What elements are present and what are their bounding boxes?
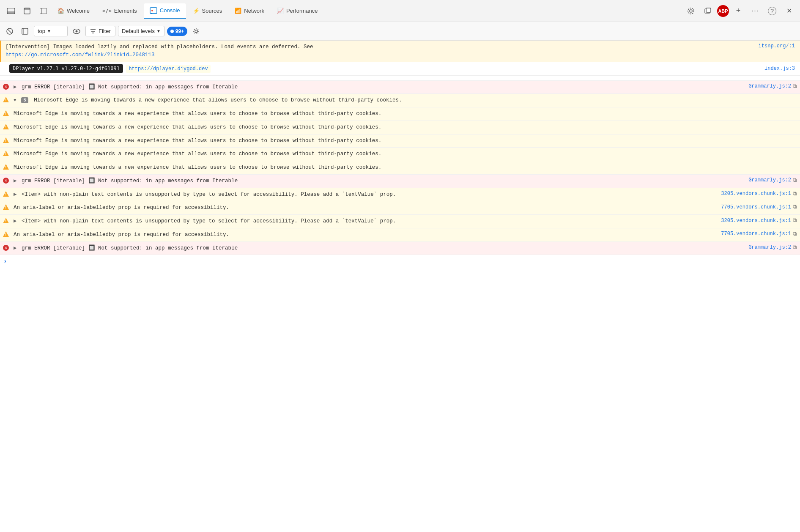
warning-indicator — [0, 122, 12, 129]
eye-button[interactable] — [70, 25, 83, 38]
row-content: An aria-label or aria-labelledby prop is… — [12, 203, 711, 213]
default-levels-label: Default levels — [122, 28, 155, 34]
row-content: Microsoft Edge is moving towards a new e… — [12, 136, 800, 146]
index-source-link[interactable]: index.js:3 — [764, 66, 795, 71]
copy-icon[interactable]: ⧉ — [793, 177, 797, 184]
chevron-down-icon: ▼ — [47, 29, 51, 33]
expand-arrow-icon[interactable]: ▶ — [14, 178, 17, 184]
context-selector-value: top — [38, 28, 45, 34]
tab-console-label: Console — [160, 7, 180, 14]
svg-point-10 — [688, 8, 694, 14]
tab-console[interactable]: Console — [144, 3, 186, 19]
error-icon: ✕ — [3, 245, 9, 251]
dplayer-url-link[interactable]: https://dplayer.diygod.dev — [126, 65, 210, 73]
home-icon: 🏠 — [58, 8, 64, 14]
source-link[interactable]: 3205.vendors.chunk.js:1 — [721, 191, 791, 197]
tab-welcome-label: Welcome — [67, 8, 90, 14]
tab-network[interactable]: 📶 Network — [229, 3, 270, 19]
tab-sources[interactable]: ⚡ Sources — [187, 3, 228, 19]
source-link[interactable]: Grammarly.js:2 — [748, 177, 791, 183]
copy-icon[interactable]: ⧉ — [793, 217, 797, 224]
default-levels-dropdown[interactable]: Default levels ▼ — [118, 26, 164, 36]
blank-spacer — [0, 76, 800, 81]
context-selector[interactable]: top ▼ — [34, 26, 68, 36]
new-window-icon[interactable] — [700, 3, 715, 19]
add-tab-icon[interactable]: + — [731, 3, 746, 19]
tab-welcome[interactable]: 🏠 Welcome — [52, 3, 96, 19]
tab-network-label: Network — [244, 8, 264, 14]
copy-icon[interactable]: ⧉ — [793, 244, 797, 251]
row-source: Grammarly.js:2 ⧉ — [738, 176, 800, 185]
show-sidebar-button[interactable] — [19, 25, 31, 38]
intervention-source-link[interactable]: itsnp.org/:1 — [759, 43, 795, 49]
expand-arrow-icon[interactable]: ▶ — [14, 192, 17, 197]
table-row: Microsoft Edge is moving towards a new e… — [0, 121, 800, 134]
table-row: ▼ 5 Microsoft Edge is moving towards a n… — [0, 94, 800, 107]
source-link[interactable]: Grammarly.js:2 — [748, 83, 791, 89]
command-input-area[interactable] — [9, 258, 797, 265]
dplayer-content: DPlayer v1.27.1 v1.27.0-12-g4f61091 http… — [5, 64, 764, 74]
row-content: ▶ grm ERROR [iterable] 🔲 Not supported: … — [12, 243, 738, 254]
source-link[interactable]: 7705.vendors.chunk.js:1 — [721, 231, 791, 237]
warning-indicator — [0, 203, 12, 210]
svg-point-22 — [195, 30, 197, 33]
intervention-text: [Intervention] Images loaded lazily and … — [5, 43, 313, 59]
warn-triangle-icon — [3, 191, 9, 197]
help-icon[interactable]: ? — [764, 3, 780, 19]
warning-indicator — [0, 149, 12, 156]
message-count-badge: 99+ — [167, 27, 187, 36]
expand-arrow-icon[interactable]: ▼ — [14, 98, 16, 103]
row-source: Grammarly.js:2 ⧉ — [738, 82, 800, 91]
more-options-icon[interactable]: ··· — [748, 3, 763, 19]
warning-indicator — [0, 109, 12, 116]
source-link[interactable]: Grammarly.js:2 — [748, 244, 791, 250]
svg-rect-6 — [150, 8, 157, 14]
console-output: [Intervention] Images loaded lazily and … — [0, 41, 800, 532]
table-row: An aria-label or aria-labelledby prop is… — [0, 201, 800, 215]
abp-badge[interactable]: ABP — [717, 5, 729, 17]
intervention-message-row: [Intervention] Images loaded lazily and … — [0, 41, 800, 62]
chevron-down-icon: ▼ — [156, 29, 161, 33]
undock-icon[interactable] — [19, 3, 35, 19]
copy-icon[interactable]: ⧉ — [793, 83, 797, 90]
error-icon: ✕ — [3, 178, 9, 184]
table-row: ✕ ▶ grm ERROR [iterable] 🔲 Not supported… — [0, 175, 800, 188]
settings-icon-button[interactable] — [683, 3, 699, 19]
prompt-chevron-icon: › — [3, 258, 7, 265]
expand-arrow-icon[interactable]: ▶ — [14, 245, 17, 251]
sources-icon: ⚡ — [193, 8, 200, 14]
row-source: 3205.vendors.chunk.js:1 ⧉ — [711, 189, 800, 198]
clear-console-button[interactable] — [3, 25, 16, 38]
intervention-message-content: [Intervention] Images loaded lazily and … — [5, 43, 313, 59]
console-settings-button[interactable] — [190, 25, 203, 38]
row-content: ▶ grm ERROR [iterable] 🔲 Not supported: … — [12, 176, 738, 186]
dplayer-version-tag: DPlayer v1.27.1 v1.27.0-12-g4f61091 — [9, 64, 123, 73]
warning-indicator — [0, 95, 12, 102]
row-content: Microsoft Edge is moving towards a new e… — [12, 149, 800, 159]
group-count-badge: 5 — [21, 97, 28, 103]
table-row: Microsoft Edge is moving towards a new e… — [0, 107, 800, 121]
dplayer-source-row: DPlayer v1.27.1 v1.27.0-12-g4f61091 http… — [0, 62, 800, 76]
warning-indicator — [0, 189, 12, 197]
intervention-link[interactable]: https://go.microsoft.com/fwlink/?linkid=… — [5, 52, 155, 58]
svg-point-18 — [76, 30, 78, 32]
source-link[interactable]: 3205.vendors.chunk.js:1 — [721, 218, 791, 224]
source-link[interactable]: 7705.vendors.chunk.js:1 — [721, 204, 791, 210]
tab-elements[interactable]: </> Elements — [96, 3, 143, 19]
copy-icon[interactable]: ⧉ — [793, 191, 797, 197]
copy-icon[interactable]: ⧉ — [793, 231, 797, 237]
tab-performance[interactable]: 📈 Performance — [271, 3, 323, 19]
copy-icon[interactable]: ⧉ — [793, 204, 797, 210]
command-prompt[interactable]: › — [0, 255, 800, 268]
svg-rect-12 — [706, 8, 711, 12]
dock-icon[interactable] — [3, 3, 19, 19]
row-content: ▶ <Item> with non-plain text contents is… — [12, 189, 711, 200]
filter-section[interactable]: Filter — [85, 26, 115, 36]
close-icon[interactable]: ✕ — [781, 3, 797, 19]
table-row: Microsoft Edge is moving towards a new e… — [0, 161, 800, 175]
row-content: Microsoft Edge is moving towards a new e… — [12, 162, 800, 173]
expand-arrow-icon[interactable]: ▶ — [14, 84, 17, 90]
expand-arrow-icon[interactable]: ▶ — [14, 218, 17, 224]
table-row: Microsoft Edge is moving towards a new e… — [0, 148, 800, 161]
sidebar-icon[interactable] — [36, 3, 51, 19]
